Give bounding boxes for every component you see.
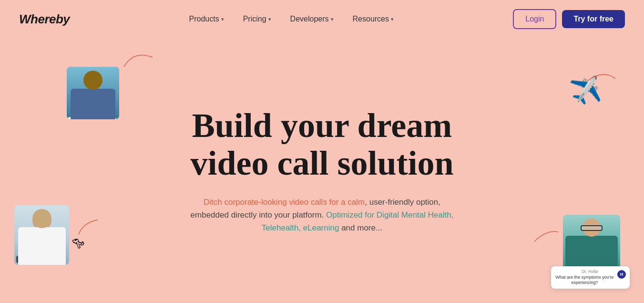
login-button[interactable]: Login: [513, 9, 556, 29]
resources-label: Resources: [353, 15, 389, 23]
nav-item-pricing[interactable]: Pricing ▾: [235, 11, 279, 27]
pricing-label: Pricing: [243, 15, 266, 23]
curl-bottom-left-decoration: [74, 215, 102, 241]
navbar: Whereby Products ▾ Pricing ▾ Developers …: [0, 0, 644, 38]
nav-item-developers[interactable]: Developers ▾: [283, 11, 341, 27]
resources-chevron-icon: ▾: [391, 16, 394, 22]
products-label: Products: [189, 15, 219, 23]
curl-top-right-decoration: [584, 67, 618, 93]
products-chevron-icon: ▾: [221, 16, 224, 22]
chat-bubble: Dr. Holte What are the symptoms you're e…: [551, 266, 630, 289]
nav-item-products[interactable]: Products ▾: [182, 11, 232, 27]
person-image-bottom-right: [563, 215, 620, 274]
developers-chevron-icon: ▾: [331, 16, 334, 22]
curl-bottom-right-decoration: [532, 225, 561, 246]
nav-actions: Login Try for free: [513, 9, 625, 29]
hero-title: Build your dream video call solution: [190, 107, 453, 182]
chat-avatar: H: [617, 270, 626, 279]
curl-top-left-decoration: [119, 48, 157, 73]
try-for-free-button[interactable]: Try for free: [562, 10, 625, 28]
hero-subtitle-coral: Ditch corporate-looking video calls for …: [204, 198, 365, 207]
chat-message: What are the symptoms you're experiencin…: [555, 275, 625, 286]
nav-item-resources[interactable]: Resources ▾: [345, 11, 401, 27]
hero-section: Dr Yvi reacted 👍 Akari 🛩 ✈️: [0, 38, 644, 303]
hero-subtitle: Ditch corporate-looking video calls for …: [184, 196, 460, 235]
developers-label: Developers: [290, 15, 329, 23]
chat-doctor-name: Dr. Holte: [555, 269, 625, 274]
hero-title-line1: Build your dream: [192, 106, 452, 145]
nav-links: Products ▾ Pricing ▾ Developers ▾ Resour…: [182, 11, 401, 27]
person-image-bottom-left: [14, 205, 69, 265]
pricing-chevron-icon: ▾: [268, 16, 271, 22]
logo[interactable]: Whereby: [19, 12, 70, 27]
hero-title-line2: video call solution: [190, 144, 453, 182]
person-card-bottom-left: Akari: [14, 205, 69, 265]
person-card-bottom-right: Dr. Holte What are the symptoms you're e…: [563, 215, 620, 274]
person-card-top-left: Dr Yvi reacted 👍: [67, 67, 119, 119]
person-image-top-left: [67, 67, 119, 119]
hero-subtitle-end: and more...: [339, 223, 382, 232]
